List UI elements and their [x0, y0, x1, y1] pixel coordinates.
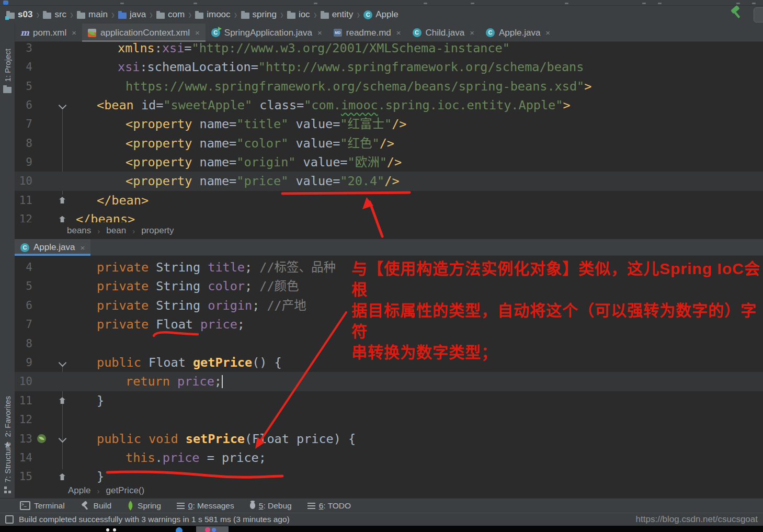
tab-apple-java[interactable]: Apple.java × — [15, 239, 90, 256]
breadcrumb-item-bean[interactable]: bean — [106, 225, 126, 236]
code-token: = — [229, 174, 236, 188]
code-text: private Float price; — [97, 315, 245, 334]
code-token: value — [295, 136, 333, 151]
code-token: price — [163, 450, 200, 465]
red-annotation-text: 与【使用构造方法实例化对象】类似，这儿Spring IoC会根据目标属性的类型，… — [351, 258, 763, 363]
taskbar-dot — [113, 528, 116, 531]
toolwindow-button-spring[interactable]: Spring — [127, 501, 161, 511]
chevron-icon — [58, 358, 66, 367]
code-token: public — [97, 355, 141, 370]
close-icon[interactable]: × — [195, 28, 200, 37]
breadcrumb-item-com[interactable]: com — [156, 9, 185, 20]
tab-readme-md[interactable]: readme.md× — [328, 24, 407, 42]
code-text: https://www.springframework.org/schema/b… — [126, 77, 591, 96]
code-line-10[interactable]: 10<property name="price" value="20.4"/> — [15, 172, 763, 190]
run-configuration-widget[interactable] — [754, 7, 763, 22]
code-line-6[interactable]: 6<bean id="sweetApple" class="com.imooc.… — [15, 96, 763, 115]
breadcrumb-item-property[interactable]: property — [141, 225, 174, 236]
tab-label: Apple.java — [33, 242, 75, 253]
navigation-breadcrumb-bar: s03›src›main›java›com›imooc›spring›ioc›e… — [0, 6, 763, 24]
breadcrumb-item-src[interactable]: src — [43, 9, 66, 20]
code-token: https://www.springframework.org/schema/b… — [126, 79, 584, 94]
code-line-3[interactable]: 3xmlns:xsi="http://www.w3.org/2001/XMLSc… — [15, 42, 763, 58]
code-line-11[interactable]: 11</bean> — [15, 191, 763, 210]
tab-applicationcontext-xml[interactable]: applicationContext.xml× — [82, 24, 206, 42]
close-icon[interactable]: × — [545, 28, 550, 37]
fold-open-icon[interactable] — [58, 353, 67, 372]
code-line-13[interactable]: 13public void setPrice(Float price) { — [15, 429, 763, 448]
close-icon[interactable]: × — [396, 28, 401, 37]
fold-open-icon[interactable] — [58, 429, 67, 448]
code-line-15[interactable]: 15} — [15, 467, 763, 483]
breadcrumb-item-getPrice[interactable]: getPrice() — [106, 485, 144, 496]
breadcrumb-item-s03[interactable]: s03 — [6, 9, 32, 20]
code-line-12[interactable]: 12 — [15, 410, 763, 429]
code-token: schemaLocation — [147, 60, 251, 74]
breadcrumb-item-Apple[interactable]: Apple — [363, 9, 398, 20]
fold-open-icon[interactable] — [58, 96, 67, 115]
breadcrumb-item-entity[interactable]: entity — [321, 9, 354, 20]
sidebar-item-structure[interactable]: 7: Structure — [0, 442, 15, 493]
toolwindow-button-todo[interactable]: 6: TODO — [308, 501, 351, 511]
breadcrumb-item-java[interactable]: java — [118, 9, 146, 20]
breadcrumb-item-main[interactable]: main — [77, 9, 108, 20]
close-icon[interactable]: × — [317, 28, 322, 37]
breadcrumb-item-beans[interactable]: beans — [67, 225, 91, 236]
toolwindow-button-terminal[interactable]: Terminal — [20, 501, 65, 511]
code-line-7[interactable]: 7<property name="title" value="红富士"/> — [15, 115, 763, 133]
line-number: 9 — [15, 153, 32, 172]
code-text: xsi:schemaLocation="http://www.springfra… — [118, 58, 584, 76]
code-token: ; — [245, 279, 252, 293]
breadcrumb-item-ioc[interactable]: ioc — [287, 9, 310, 20]
tab-child-java[interactable]: Child.java× — [407, 24, 480, 42]
code-line-5[interactable]: 5https://www.springframework.org/schema/… — [15, 77, 763, 96]
toolwindow-button-build[interactable]: Build — [81, 501, 111, 511]
code-line-10[interactable]: 10return price; — [15, 372, 763, 391]
code-token: id — [141, 98, 156, 112]
close-icon[interactable]: × — [470, 28, 474, 37]
code-text: private String origin; //产地 — [97, 296, 306, 315]
tab-pom-xml[interactable]: pom.xml× — [15, 24, 82, 42]
tab-apple-java[interactable]: Apple.java× — [480, 24, 556, 42]
code-text: <bean id="sweetApple" class="com.imooc.s… — [97, 96, 571, 115]
breadcrumb-item-spring[interactable]: spring — [241, 9, 277, 20]
breadcrumb-item-imooc[interactable]: imooc — [195, 9, 230, 20]
code-line-11[interactable]: 11} — [15, 391, 763, 410]
folder-icon — [287, 13, 295, 19]
code-line-14[interactable]: 14this.price = price; — [15, 448, 763, 467]
breadcrumb-separator: › — [357, 7, 360, 21]
code-line-8[interactable]: 8<property name="color" value="红色"/> — [15, 134, 763, 153]
code-token: ; — [252, 298, 259, 313]
code-line-4[interactable]: 4xsi:schemaLocation="http://www.springfr… — [15, 58, 763, 76]
spring-bean-gutter-icon[interactable] — [37, 429, 46, 448]
toolwindow-button-debug[interactable]: 5: Debug — [250, 501, 292, 511]
fold-close-icon[interactable] — [58, 191, 67, 210]
close-icon[interactable]: × — [80, 243, 85, 252]
code-token: price — [177, 374, 214, 389]
fold-close-icon[interactable] — [58, 391, 67, 410]
toolwindow-label: Terminal — [34, 501, 65, 511]
annotation-line: 串转换为数字类型； — [351, 342, 763, 363]
code-token: . — [155, 450, 163, 465]
code-line-12[interactable]: 12</beans> — [15, 210, 763, 222]
toolwindow-button-messages[interactable]: 0: Messages — [177, 501, 234, 511]
code-text: <property name="origin" value="欧洲"/> — [126, 153, 402, 172]
code-token: <property — [126, 174, 192, 188]
code-token: xsi — [118, 60, 140, 74]
fold-close-icon[interactable] — [58, 210, 67, 222]
fold-close-icon[interactable] — [58, 467, 67, 483]
tab-label: readme.md — [346, 28, 391, 38]
code-text: this.price = price; — [126, 448, 266, 467]
bug-icon — [250, 502, 255, 509]
tab-springapplication-java[interactable]: SpringApplication.java× — [206, 24, 328, 42]
tab-label: pom.xml — [33, 28, 66, 38]
sidebar-item-project[interactable]: 1: Project — [0, 49, 15, 93]
code-line-9[interactable]: 9<property name="origin" value="欧洲"/> — [15, 153, 763, 172]
xml-editor[interactable]: 3xmlns:xsi="http://www.w3.org/2001/XMLSc… — [15, 42, 763, 222]
build-project-button[interactable] — [732, 8, 745, 21]
breadcrumb-item-Apple[interactable]: Apple — [68, 485, 90, 496]
line-number: 7 — [15, 115, 32, 133]
close-icon[interactable]: × — [72, 28, 76, 37]
menu-remnant — [658, 3, 662, 4]
menu-remnant — [736, 3, 740, 4]
